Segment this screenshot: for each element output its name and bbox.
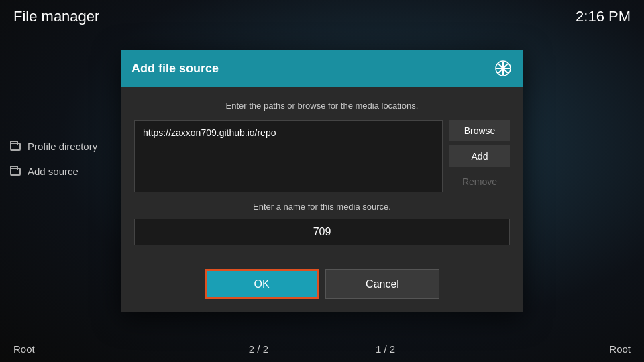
dialog-subtitle: Enter the paths or browse for the media … — [134, 101, 510, 111]
name-label: Enter a name for this media source. — [134, 202, 510, 212]
add-file-source-dialog: Add file source Enter the paths or brows… — [121, 50, 523, 312]
modal-overlay: Add file source Enter the paths or brows… — [0, 0, 644, 362]
url-buttons: Browse Add Remove — [449, 120, 510, 192]
name-input[interactable] — [134, 219, 510, 245]
browse-button[interactable]: Browse — [449, 120, 510, 141]
kodi-icon — [494, 60, 512, 77]
url-section: https://zaxxon709.github.io/repo Browse … — [134, 120, 510, 192]
dialog-footer: OK Cancel — [121, 259, 523, 312]
ok-button[interactable]: OK — [205, 269, 319, 299]
add-button[interactable]: Add — [449, 145, 510, 167]
remove-button[interactable]: Remove — [449, 171, 510, 192]
dialog-title: Add file source — [131, 62, 219, 76]
dialog-header: Add file source — [121, 50, 523, 87]
url-value: https://zaxxon709.github.io/repo — [143, 127, 276, 138]
kodi-logo — [494, 59, 513, 78]
dialog-body: Enter the paths or browse for the media … — [121, 87, 523, 259]
url-input-area[interactable]: https://zaxxon709.github.io/repo — [134, 120, 443, 192]
cancel-button[interactable]: Cancel — [325, 269, 439, 299]
